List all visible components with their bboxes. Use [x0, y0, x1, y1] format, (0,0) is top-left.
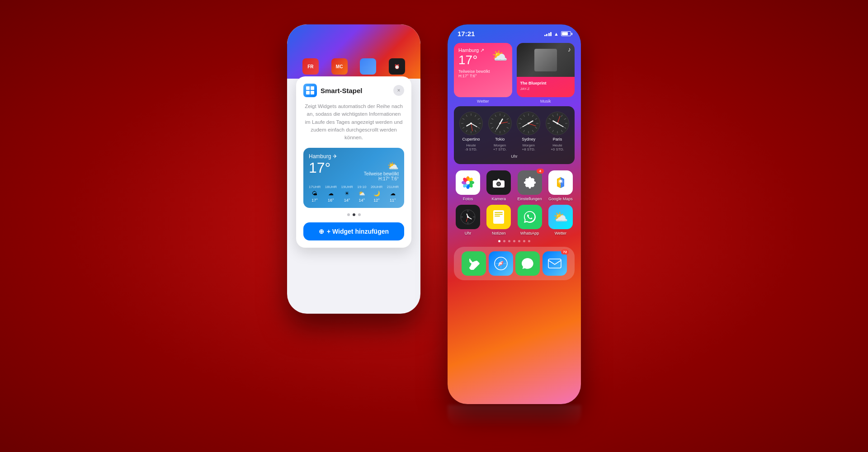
clock-cupertino: Cupertino Heute-9 STD. [459, 112, 483, 151]
clock-sydney: Sydney Morgen+8 STD. [517, 112, 540, 151]
music-note-icon: ♪ [568, 46, 571, 53]
page-dots [448, 240, 581, 242]
svg-line-34 [535, 118, 537, 120]
kamera-label: Kamera [492, 197, 506, 201]
add-widget-button[interactable]: ⊕ + Widget hinzufügen [303, 222, 404, 240]
clock-face-tokio [488, 112, 512, 135]
widgets-row: Hamburg ↗ 17° ⛅ Teilweise bewölkt H:17° … [448, 39, 581, 106]
app-grid-row1: Fotos Kamera [448, 168, 581, 204]
wetter-icon: ⛅ [548, 205, 573, 229]
app-grid-row2: Uhr Notizen [448, 204, 581, 238]
svg-line-8 [462, 127, 464, 129]
wetter-emoji-icon: ⛅ [553, 210, 568, 224]
music-widget-label: Musik [540, 99, 551, 104]
app-fotos[interactable]: Fotos [455, 170, 481, 201]
dock-safari[interactable] [489, 251, 513, 276]
mini-app-fr[interactable]: FR [302, 58, 319, 75]
status-bar: 17:21 ▲ [448, 24, 581, 39]
svg-line-33 [533, 115, 534, 117]
dock-mail[interactable]: 72 [542, 251, 567, 276]
app-whatsapp[interactable]: WhatsApp [517, 205, 543, 235]
svg-point-85 [467, 216, 469, 218]
whatsapp-label: WhatsApp [520, 231, 539, 235]
clock-paris-info: Heute+0 STD. [551, 143, 564, 151]
app-maps[interactable]: Google Maps [547, 170, 574, 201]
clock-sydney-info: Morgen+8 STD. [522, 143, 536, 151]
svg-line-20 [506, 127, 508, 129]
modal-title: Smart-Stapel [321, 87, 363, 94]
svg-line-39 [524, 130, 525, 132]
app-uhr[interactable]: Uhr [455, 205, 481, 235]
svg-line-13 [471, 123, 477, 127]
clock-tokio-name: Tokio [495, 137, 505, 141]
widget-stack-icon [303, 84, 317, 97]
music-album-art [517, 43, 575, 77]
hour-2: 18UHR ☁ 16° [325, 185, 337, 202]
svg-line-46 [528, 123, 536, 126]
music-widget[interactable]: ♪ The Blueprint JAY-Z [517, 43, 575, 97]
hour-1: 17UHR 🌤 17° [309, 185, 321, 202]
dot-2-active [353, 213, 355, 216]
mini-app-mc[interactable]: MC [331, 58, 348, 75]
svg-line-23 [495, 130, 496, 132]
dock-phone[interactable] [462, 251, 486, 276]
page-dot-2 [503, 240, 505, 242]
modal-description: Zeigt Widgets automatisch der Reihe nach… [303, 103, 404, 141]
clock-tokio: Tokio Morgen+7 STD. [488, 112, 512, 151]
svg-line-14 [471, 123, 472, 131]
weather-widget-temp: 17° [458, 53, 484, 67]
weather-widget[interactable]: Hamburg ↗ 17° ⛅ Teilweise bewölkt H:17° … [454, 43, 512, 97]
mini-app-blue[interactable] [360, 58, 376, 75]
svg-line-37 [533, 130, 534, 132]
svg-line-4 [478, 127, 480, 129]
safari-icon [489, 251, 513, 276]
svg-line-24 [491, 127, 493, 129]
svg-line-58 [549, 118, 551, 120]
svg-line-17 [504, 115, 505, 117]
einstellungen-icon: 4 [518, 170, 542, 195]
weather-location: Hamburg ✈ [309, 153, 399, 160]
clock-widget: Cupertino Heute-9 STD. [454, 106, 575, 164]
page-dot-6 [523, 240, 525, 242]
app-einstellungen[interactable]: 4 Einstellungen [517, 170, 543, 201]
svg-rect-96 [548, 259, 561, 268]
page-dot-1 [498, 240, 500, 242]
mini-app-dark[interactable]: ⏰ [389, 58, 405, 75]
fotos-label: Fotos [463, 197, 473, 201]
wetter-label: Wetter [555, 231, 566, 235]
clock-cupertino-name: Cupertino [462, 137, 480, 141]
uhr-label: Uhr [465, 231, 472, 235]
einstellungen-label: Einstellungen [518, 197, 542, 201]
svg-point-95 [500, 263, 502, 264]
right-phone-reflection [448, 405, 581, 428]
svg-line-45 [523, 123, 528, 127]
weather-hourly: 17UHR 🌤 17° 18UHR ☁ 16° 19UHR ☀ 14° [309, 185, 399, 202]
dock: 72 [454, 247, 575, 280]
svg-line-29 [496, 123, 500, 129]
hour-3: 19UHR ☀ 14° [341, 185, 353, 202]
maps-icon [548, 170, 573, 195]
svg-line-56 [549, 127, 551, 129]
app-kamera[interactable]: Kamera [486, 170, 512, 201]
svg-line-21 [504, 130, 505, 132]
modal-title-row: Smart-Stapel [303, 84, 363, 97]
messages-icon [515, 251, 540, 276]
clock-cupertino-info: Heute-9 STD. [465, 143, 477, 151]
dock-messages[interactable] [515, 251, 540, 276]
clock-widget-label: Uhr [459, 154, 569, 159]
app-wetter[interactable]: ⛅ Wetter [547, 205, 574, 235]
app-notizen[interactable]: Notizen [486, 205, 512, 235]
modal-close-button[interactable]: × [393, 85, 404, 96]
clock-paris: Paris Heute+0 STD. [546, 112, 569, 151]
svg-line-55 [552, 130, 554, 132]
dot-1 [347, 213, 350, 216]
fotos-icon [456, 170, 480, 195]
weather-temp: 17° [309, 160, 330, 175]
mail-badge: 72 [561, 250, 569, 254]
page-dot-3 [508, 240, 510, 242]
page-dot-7 [528, 240, 530, 242]
status-icons: ▲ [544, 31, 571, 37]
svg-line-50 [564, 118, 566, 120]
clock-paris-name: Paris [553, 137, 562, 141]
svg-line-61 [557, 123, 563, 127]
